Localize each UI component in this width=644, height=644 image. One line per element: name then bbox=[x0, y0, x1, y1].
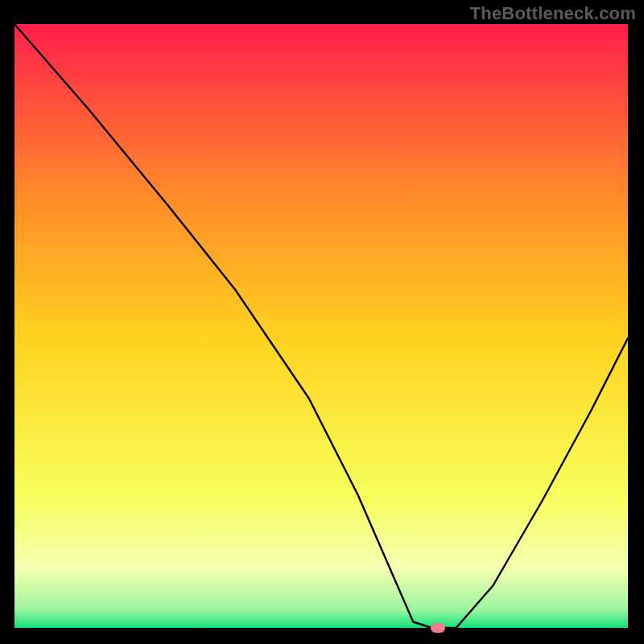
chart-svg bbox=[14, 24, 628, 628]
optimal-point-marker bbox=[431, 623, 445, 633]
watermark-text: TheBottleneck.com bbox=[470, 3, 636, 24]
gradient-background bbox=[14, 24, 628, 628]
plot-area bbox=[14, 24, 628, 628]
chart-frame: TheBottleneck.com bbox=[0, 0, 644, 644]
